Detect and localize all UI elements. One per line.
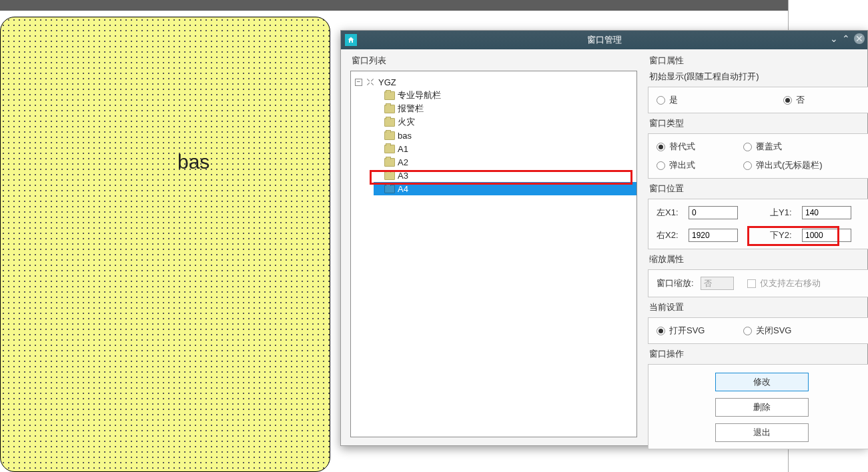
chevron-down-icon[interactable]: ⌄ [830, 33, 838, 44]
tree-item-label: A1 [398, 144, 408, 154]
close-icon[interactable]: ✕ [854, 33, 865, 44]
folder-icon [384, 145, 395, 153]
tree-root-label: YGZ [378, 77, 396, 87]
folder-icon [384, 118, 395, 127]
pos-x1-label: 左X1: [657, 207, 685, 219]
window-ops-label: 窗口操作 [649, 348, 868, 360]
tree-item-label: A4 [398, 184, 408, 194]
pos-y2-label: 下Y2: [770, 229, 798, 241]
pos-x2-input[interactable] [689, 229, 738, 242]
tree-item[interactable]: bas [374, 129, 636, 142]
exit-button[interactable]: 退出 [715, 423, 809, 442]
tree-item[interactable]: A1 [374, 142, 636, 155]
type-popup-label: 弹出式 [669, 159, 695, 171]
zoom-input [701, 277, 734, 290]
window-list-label: 窗口列表 [352, 55, 637, 67]
window-manager-dialog: 窗口管理 ⌄ ⌃ ✕ 窗口列表 − [340, 30, 868, 446]
tree-item[interactable]: 专业导航栏 [374, 89, 636, 102]
home-icon [345, 34, 357, 46]
zoom-lr-only-label: 仅支持左右移动 [760, 277, 821, 289]
tree-item-label: 火灾 [398, 116, 415, 128]
zoom-props-label: 缩放属性 [649, 253, 868, 265]
tree-item-label: 报警栏 [398, 103, 424, 115]
tree-item[interactable]: A2 [374, 155, 636, 169]
window-position-label: 窗口位置 [649, 183, 868, 195]
type-popup-noframe-radio[interactable]: 弹出式(无标题栏) [743, 159, 823, 171]
init-display-label: 初始显示(跟随工程自动打开) [649, 71, 868, 83]
tree-item-label: 专业导航栏 [398, 89, 441, 101]
tree-item[interactable]: 火灾 [374, 115, 636, 129]
type-overlay-label: 覆盖式 [756, 141, 782, 153]
window-props-label: 窗口属性 [649, 55, 868, 67]
type-popup-radio[interactable]: 弹出式 [657, 159, 730, 171]
dialog-title: 窗口管理 [587, 34, 622, 46]
delete-button[interactable]: 删除 [715, 398, 809, 417]
collapse-icon[interactable]: − [355, 79, 362, 86]
pos-x2-label: 右X2: [657, 229, 685, 241]
init-no-label: 否 [796, 94, 805, 106]
init-yes-radio[interactable]: 是 [657, 94, 730, 106]
folder-icon [384, 131, 395, 140]
svg-close-label: 关闭SVG [756, 325, 791, 337]
canvas-yellow-page[interactable]: bas [0, 17, 330, 472]
tree-item-label: A3 [398, 171, 408, 181]
pos-y1-input[interactable] [802, 206, 851, 219]
tree-item[interactable]: 报警栏 [374, 102, 636, 115]
init-no-radio[interactable]: 否 [783, 94, 857, 106]
type-replace-label: 替代式 [669, 141, 695, 153]
window-type-label: 窗口类型 [649, 117, 868, 129]
window-tree[interactable]: − YGZ 专业导航栏报警栏火灾basA1A2A3A4 [350, 71, 637, 437]
folder-icon [384, 105, 395, 113]
zoom-lr-only-checkbox[interactable]: 仅支持左右移动 [747, 277, 821, 289]
tree-item-label: A2 [398, 157, 408, 167]
tools-icon [365, 77, 376, 87]
type-popup-noframe-label: 弹出式(无标题栏) [756, 159, 823, 171]
folder-icon [384, 171, 395, 180]
chevron-up-icon[interactable]: ⌃ [842, 33, 850, 44]
svg-open-radio[interactable]: 打开SVG [657, 325, 730, 337]
zoom-field-label: 窗口缩放: [657, 277, 697, 289]
tree-item-label: bas [398, 131, 412, 141]
current-setting-label: 当前设置 [649, 301, 868, 313]
modify-button[interactable]: 修改 [715, 373, 809, 391]
folder-icon [384, 158, 395, 167]
dialog-titlebar[interactable]: 窗口管理 ⌄ ⌃ ✕ [341, 31, 867, 49]
pos-y1-label: 上Y1: [770, 207, 798, 219]
init-yes-label: 是 [669, 94, 678, 106]
svg-open-label: 打开SVG [669, 325, 705, 337]
tree-item[interactable]: A3 [374, 169, 636, 182]
type-replace-radio[interactable]: 替代式 [657, 141, 730, 153]
pos-y2-input[interactable] [802, 229, 851, 242]
tree-item[interactable]: A4 [374, 182, 636, 195]
folder-icon [384, 91, 395, 100]
type-overlay-radio[interactable]: 覆盖式 [743, 141, 817, 153]
svg-close-radio[interactable]: 关闭SVG [743, 325, 817, 337]
folder-icon [384, 185, 395, 193]
tree-root-node[interactable]: − YGZ [355, 75, 636, 89]
canvas-page-label: bas [177, 151, 209, 173]
pos-x1-input[interactable] [689, 206, 738, 219]
